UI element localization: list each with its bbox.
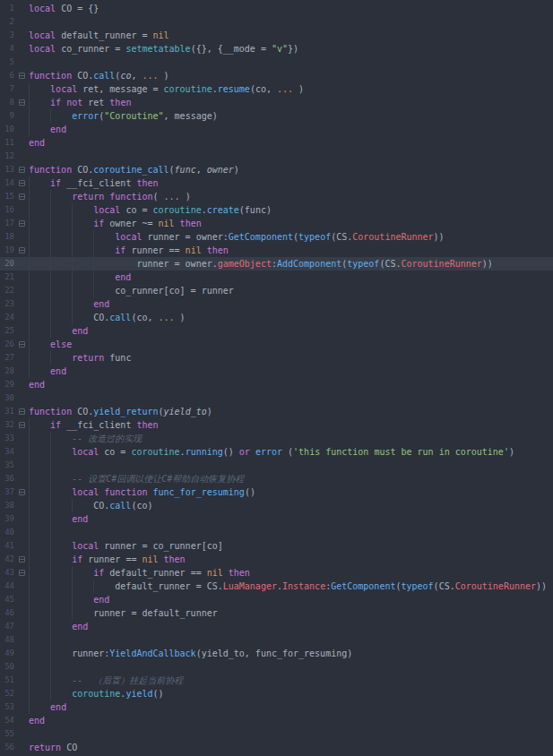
code-line[interactable]: 12 bbox=[0, 150, 553, 163]
code-line[interactable]: 33 -- 改造过的实现 bbox=[0, 432, 553, 445]
code-content[interactable]: local co_runner = setmetatable({}, {__mo… bbox=[29, 42, 553, 56]
code-line[interactable]: 43 if default_runner == nil then bbox=[0, 566, 553, 580]
line-number[interactable]: 22 bbox=[0, 284, 14, 297]
line-number[interactable]: 4 bbox=[0, 42, 14, 56]
code-content[interactable]: local CO = {} bbox=[29, 2, 553, 15]
line-number[interactable]: 40 bbox=[0, 526, 14, 539]
code-content[interactable]: runner = default_runner bbox=[29, 606, 553, 620]
code-content[interactable]: end bbox=[29, 700, 553, 714]
code-content[interactable]: end bbox=[29, 378, 553, 391]
code-line[interactable]: 48 bbox=[0, 633, 553, 647]
line-number[interactable]: 27 bbox=[0, 351, 14, 365]
code-content[interactable] bbox=[29, 459, 553, 472]
line-number[interactable]: 13 bbox=[0, 163, 14, 176]
fold-toggle-icon[interactable] bbox=[19, 489, 25, 495]
line-number[interactable]: 23 bbox=[0, 297, 14, 311]
line-number[interactable]: 42 bbox=[0, 553, 14, 566]
code-content[interactable] bbox=[29, 150, 553, 163]
code-content[interactable]: end bbox=[29, 512, 553, 526]
code-content[interactable]: end bbox=[29, 593, 553, 606]
line-number[interactable]: 26 bbox=[0, 338, 14, 351]
code-content[interactable]: if not ret then bbox=[29, 96, 553, 109]
line-number[interactable]: 33 bbox=[0, 432, 14, 445]
code-line[interactable]: 13function CO.coroutine_call(func, owner… bbox=[0, 163, 553, 176]
code-content[interactable]: if __fci_client then bbox=[29, 418, 553, 432]
code-line[interactable]: 27 return func bbox=[0, 351, 553, 365]
fold-toggle-icon[interactable] bbox=[19, 167, 25, 173]
line-number[interactable]: 39 bbox=[0, 512, 14, 526]
code-content[interactable]: end bbox=[29, 123, 553, 136]
fold-toggle-icon[interactable] bbox=[19, 247, 25, 253]
code-content[interactable]: function CO.call(co, ... ) bbox=[29, 69, 553, 82]
code-content[interactable]: function CO.yield_return(yield_to) bbox=[29, 405, 553, 418]
line-number[interactable]: 55 bbox=[0, 727, 14, 741]
code-content[interactable]: local runner = owner:GetComponent(typeof… bbox=[29, 230, 553, 244]
code-line[interactable]: 3local default_runner = nil bbox=[0, 29, 553, 42]
code-line[interactable]: 22 co_runner[co] = runner bbox=[0, 284, 553, 297]
code-content[interactable] bbox=[29, 526, 553, 539]
line-number[interactable]: 45 bbox=[0, 593, 14, 606]
line-number[interactable]: 34 bbox=[0, 445, 14, 459]
code-line[interactable]: 10 end bbox=[0, 123, 553, 136]
code-content[interactable]: -- 设置C#回调以便让C#帮助自动恢复协程 bbox=[29, 472, 553, 485]
code-content[interactable] bbox=[29, 633, 553, 647]
code-line[interactable]: 28 end bbox=[0, 365, 553, 378]
code-content[interactable] bbox=[29, 391, 553, 405]
code-line[interactable]: 1local CO = {} bbox=[0, 2, 553, 15]
code-content[interactable]: end bbox=[29, 324, 553, 338]
line-number[interactable]: 38 bbox=[0, 499, 14, 512]
code-content[interactable]: local default_runner = nil bbox=[29, 29, 553, 42]
code-line[interactable]: 26 else bbox=[0, 338, 553, 351]
code-content[interactable]: end bbox=[29, 620, 553, 633]
code-line[interactable]: 37 local function func_for_resuming() bbox=[0, 485, 553, 499]
line-number[interactable]: 53 bbox=[0, 700, 14, 714]
code-line[interactable]: 42 if runner == nil then bbox=[0, 553, 553, 566]
code-content[interactable]: if owner ~= nil then bbox=[29, 217, 553, 230]
line-number[interactable]: 20 bbox=[0, 257, 14, 271]
line-number[interactable]: 54 bbox=[0, 714, 14, 727]
line-number[interactable]: 10 bbox=[0, 123, 14, 136]
code-line[interactable]: 2 bbox=[0, 15, 553, 29]
line-number[interactable]: 37 bbox=[0, 485, 14, 499]
line-number[interactable]: 25 bbox=[0, 324, 14, 338]
code-line[interactable]: 35 bbox=[0, 459, 553, 472]
fold-toggle-icon[interactable] bbox=[19, 341, 25, 348]
line-number[interactable]: 5 bbox=[0, 56, 14, 69]
fold-toggle-icon[interactable] bbox=[19, 220, 25, 227]
code-line[interactable]: 47 end bbox=[0, 620, 553, 633]
fold-toggle-icon[interactable] bbox=[19, 408, 25, 415]
code-line[interactable]: 15 return function( ... ) bbox=[0, 190, 553, 203]
code-content[interactable]: runner:YieldAndCallback(yield_to, func_f… bbox=[29, 647, 553, 660]
code-line[interactable]: 16 local co = coroutine.create(func) bbox=[0, 203, 553, 217]
code-line[interactable]: 44 default_runner = CS.LuaManager.Instan… bbox=[0, 580, 553, 593]
code-line[interactable]: 38 CO.call(co) bbox=[0, 499, 553, 512]
line-number[interactable]: 17 bbox=[0, 217, 14, 230]
code-line[interactable]: 46 runner = default_runner bbox=[0, 606, 553, 620]
code-content[interactable]: CO.call(co, ... ) bbox=[29, 311, 553, 324]
code-line[interactable]: 8 if not ret then bbox=[0, 96, 553, 109]
code-content[interactable]: if default_runner == nil then bbox=[29, 566, 553, 580]
code-line[interactable]: 31function CO.yield_return(yield_to) bbox=[0, 405, 553, 418]
line-number[interactable]: 48 bbox=[0, 633, 14, 647]
code-line[interactable]: 9 error("Coroutine", message) bbox=[0, 109, 553, 123]
line-number[interactable]: 30 bbox=[0, 391, 14, 405]
code-line[interactable]: 50 bbox=[0, 660, 553, 674]
code-content[interactable]: end bbox=[29, 297, 553, 311]
code-content[interactable]: if runner == nil then bbox=[29, 244, 553, 257]
line-number[interactable]: 16 bbox=[0, 203, 14, 217]
code-content[interactable] bbox=[29, 660, 553, 674]
line-number[interactable]: 11 bbox=[0, 136, 14, 150]
code-line[interactable]: 18 local runner = owner:GetComponent(typ… bbox=[0, 230, 553, 244]
line-number[interactable]: 9 bbox=[0, 109, 14, 123]
line-number[interactable]: 35 bbox=[0, 459, 14, 472]
code-content[interactable]: return function( ... ) bbox=[29, 190, 553, 203]
code-content[interactable]: if runner == nil then bbox=[29, 553, 553, 566]
line-number[interactable]: 12 bbox=[0, 150, 14, 163]
code-line[interactable]: 32 if __fci_client then bbox=[0, 418, 553, 432]
line-number[interactable]: 6 bbox=[0, 69, 14, 82]
code-content[interactable]: return func bbox=[29, 351, 553, 365]
code-content[interactable]: runner = owner.gameObject:AddComponent(t… bbox=[29, 257, 553, 271]
code-line[interactable]: 56return CO bbox=[0, 741, 553, 754]
code-content[interactable] bbox=[29, 15, 553, 29]
line-number[interactable]: 18 bbox=[0, 230, 14, 244]
